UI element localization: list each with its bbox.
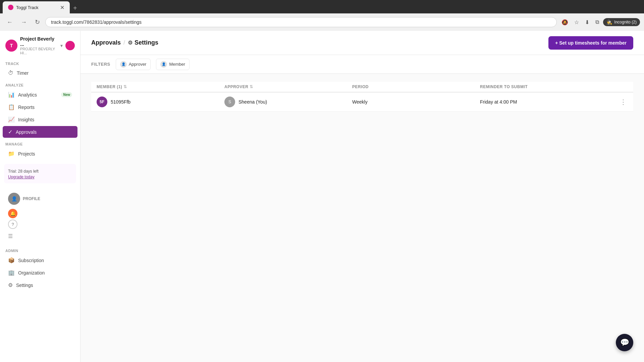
sidebar-item-label: Approvals bbox=[16, 129, 72, 135]
chat-fab-icon: 💬 bbox=[620, 338, 629, 347]
active-tab[interactable]: Toggl Track ✕ bbox=[3, 1, 70, 13]
insights-icon: 📈 bbox=[8, 116, 15, 123]
sidebar-notification-dot[interactable] bbox=[65, 41, 75, 50]
tab-title: Toggl Track bbox=[16, 5, 38, 10]
subscription-icon: 📦 bbox=[8, 257, 15, 263]
sidebar-section-analyze: ANALYZE bbox=[0, 79, 80, 88]
address-bar[interactable] bbox=[45, 17, 557, 27]
reports-icon: 📋 bbox=[8, 104, 15, 110]
sidebar-project-info: Project Beverly ... PROJECT BEVERLY HI..… bbox=[20, 36, 58, 55]
filters-bar: FILTERS 👤 Approver 👤 Member bbox=[80, 55, 644, 74]
member-sort-icon[interactable]: ⇅ bbox=[123, 84, 127, 89]
setup-timesheets-button[interactable]: + Set up timesheets for member bbox=[548, 36, 633, 50]
sidebar-item-label: Insights bbox=[18, 117, 72, 122]
sidebar-profile-section: 👤 PROFILE 🔔 ? ☰ bbox=[0, 187, 80, 245]
back-button[interactable]: ← bbox=[4, 17, 15, 27]
breadcrumb-root[interactable]: Approvals bbox=[91, 39, 121, 46]
member-filter-icon: 👤 bbox=[160, 61, 167, 68]
table-row: 5F 51095Ffb S Sheena (You) Weekly Friday… bbox=[91, 93, 633, 112]
sidebar-section-track: TRACK bbox=[0, 58, 80, 67]
col-header-approver: APPROVER ⇅ bbox=[224, 84, 352, 89]
collapse-button[interactable]: ☰ bbox=[5, 230, 75, 242]
sidebar-item-reports[interactable]: 📋 Reports bbox=[3, 101, 77, 113]
sidebar-item-insights[interactable]: 📈 Insights bbox=[3, 114, 77, 125]
col-header-period: PERIOD bbox=[352, 84, 480, 89]
sidebar-project-sub: PROJECT BEVERLY HI... bbox=[20, 47, 58, 55]
sidebar: T Project Beverly ... PROJECT BEVERLY HI… bbox=[0, 31, 80, 362]
browser-tabs: Toggl Track ✕ + bbox=[0, 0, 644, 13]
incognito-badge: 🕵 Incognito (2) bbox=[603, 18, 640, 26]
browser-actions: 🔕 ☆ ⬇ ⧉ 🕵 Incognito (2) bbox=[559, 18, 640, 27]
organization-icon: 🏢 bbox=[8, 269, 15, 276]
col-header-actions bbox=[608, 84, 628, 89]
sidebar-project-chevron[interactable]: ▾ bbox=[60, 43, 63, 48]
incognito-icon: 🕵 bbox=[606, 19, 612, 25]
approver-filter[interactable]: 👤 Approver bbox=[116, 59, 151, 70]
period-cell: Weekly bbox=[352, 99, 480, 105]
cast-button[interactable]: 🔕 bbox=[559, 18, 570, 27]
col-header-reminder: REMINDER TO SUBMIT bbox=[480, 84, 608, 89]
app-layout: T Project Beverly ... PROJECT BEVERLY HI… bbox=[0, 31, 644, 362]
breadcrumb-settings: ⚙ Settings bbox=[128, 39, 158, 46]
approver-filter-label: Approver bbox=[129, 62, 147, 67]
forward-button[interactable]: → bbox=[18, 17, 30, 27]
sidebar-trial-box: Trial: 28 days left Upgrade today bbox=[4, 164, 76, 183]
upgrade-link[interactable]: Upgrade today bbox=[8, 175, 72, 179]
sidebar-item-analytics[interactable]: 📊 Analytics New bbox=[3, 89, 77, 101]
sidebar-item-organization[interactable]: 🏢 Organization bbox=[3, 267, 77, 279]
approver-sort-icon[interactable]: ⇅ bbox=[250, 84, 253, 89]
table-header: MEMBER (1) ⇅ APPROVER ⇅ PERIOD REMINDER … bbox=[91, 82, 633, 93]
breadcrumb-settings-icon: ⚙ bbox=[128, 40, 132, 46]
analytics-new-badge: New bbox=[61, 92, 72, 97]
reload-button[interactable]: ↻ bbox=[32, 17, 43, 27]
sidebar-header: T Project Beverly ... PROJECT BEVERLY HI… bbox=[0, 31, 80, 58]
analytics-icon: 📊 bbox=[8, 92, 15, 98]
breadcrumb-separator: / bbox=[123, 39, 125, 46]
col-header-member: MEMBER (1) ⇅ bbox=[97, 84, 224, 89]
sidebar-item-projects[interactable]: 📁 Projects bbox=[3, 148, 77, 160]
sidebar-item-settings[interactable]: ⚙ Settings bbox=[3, 279, 77, 291]
download-button[interactable]: ⬇ bbox=[583, 18, 591, 27]
trial-text: Trial: 28 days left bbox=[8, 169, 39, 174]
sidebar-logo: T bbox=[5, 40, 17, 52]
row-action-menu[interactable]: ⋮ bbox=[619, 97, 628, 107]
main-content: Approvals / ⚙ Settings + Set up timeshee… bbox=[80, 31, 644, 362]
browser-toolbar: ← → ↻ 🔕 ☆ ⬇ ⧉ 🕵 Incognito (2) bbox=[0, 13, 644, 31]
incognito-label: Incognito (2) bbox=[614, 20, 637, 24]
sidebar-project-name: Project Beverly ... bbox=[20, 36, 58, 47]
main-header: Approvals / ⚙ Settings + Set up timeshee… bbox=[80, 31, 644, 55]
member-filter[interactable]: 👤 Member bbox=[156, 59, 190, 70]
bookmark-button[interactable]: ☆ bbox=[572, 18, 581, 27]
tab-favicon bbox=[8, 5, 13, 10]
tab-close-button[interactable]: ✕ bbox=[60, 4, 64, 11]
sidebar-item-subscription[interactable]: 📦 Subscription bbox=[3, 254, 77, 266]
split-view-button[interactable]: ⧉ bbox=[593, 18, 601, 26]
sidebar-item-label: Projects bbox=[18, 151, 72, 157]
member-filter-label: Member bbox=[169, 62, 185, 67]
timer-icon: ⏱ bbox=[8, 70, 13, 76]
help-button[interactable]: ? bbox=[8, 220, 17, 229]
sidebar-item-label: Timer bbox=[17, 70, 72, 76]
breadcrumb: Approvals / ⚙ Settings bbox=[91, 39, 158, 46]
sidebar-item-approvals[interactable]: ✓ Approvals bbox=[3, 126, 77, 138]
sidebar-section-admin: ADMIN bbox=[0, 245, 80, 254]
sidebar-section-manage: MANAGE bbox=[0, 138, 80, 147]
new-tab-button[interactable]: + bbox=[70, 3, 80, 13]
sidebar-item-label: Subscription bbox=[18, 258, 72, 263]
projects-icon: 📁 bbox=[8, 150, 15, 157]
sidebar-item-timer[interactable]: ⏱ Timer bbox=[3, 67, 77, 79]
browser-chrome: Toggl Track ✕ + ← → ↻ 🔕 ☆ ⬇ ⧉ 🕵 Incognit… bbox=[0, 0, 644, 31]
chat-fab-button[interactable]: 💬 bbox=[616, 334, 633, 351]
approver-filter-icon: 👤 bbox=[120, 61, 127, 68]
sidebar-item-label: Settings bbox=[16, 283, 72, 288]
approver-avatar: S bbox=[224, 97, 235, 107]
notification-bell[interactable]: 🔔 bbox=[8, 209, 17, 218]
table-area: MEMBER (1) ⇅ APPROVER ⇅ PERIOD REMINDER … bbox=[80, 74, 644, 362]
sidebar-profile: 👤 PROFILE bbox=[5, 190, 75, 207]
action-cell: ⋮ bbox=[608, 97, 628, 107]
filters-label: FILTERS bbox=[91, 62, 110, 67]
sidebar-item-label: Analytics bbox=[18, 92, 58, 98]
approver-name: Sheena (You) bbox=[238, 99, 267, 105]
sidebar-item-label: Reports bbox=[18, 105, 72, 110]
member-cell: 5F 51095Ffb bbox=[97, 97, 224, 107]
